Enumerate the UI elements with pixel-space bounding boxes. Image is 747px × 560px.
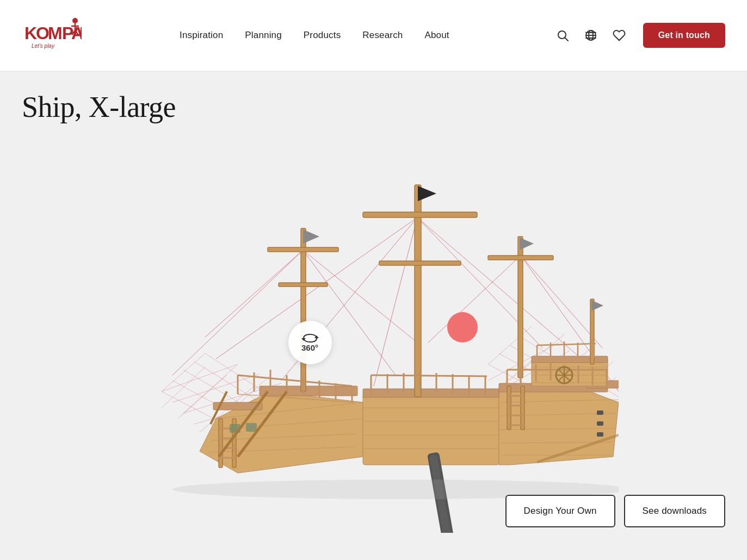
search-icon <box>556 29 569 42</box>
hotspot-button[interactable] <box>447 312 478 343</box>
site-header: K O M P A N Let's play Inspiration Plann… <box>0 0 747 71</box>
svg-rect-111 <box>268 247 338 252</box>
svg-point-6 <box>72 18 78 23</box>
svg-line-13 <box>565 38 568 41</box>
main-content: Ship, X-large <box>0 71 747 560</box>
svg-rect-177 <box>246 423 257 432</box>
svg-line-30 <box>172 374 260 402</box>
search-button[interactable] <box>553 26 572 45</box>
header-icons: Get in touch <box>553 23 725 48</box>
svg-rect-112 <box>279 283 328 287</box>
svg-rect-99 <box>363 389 499 397</box>
svg-line-35 <box>178 375 227 419</box>
ship-viewer[interactable]: 360° <box>0 114 747 560</box>
svg-rect-156 <box>219 419 223 468</box>
svg-line-155 <box>537 344 596 345</box>
svg-line-73 <box>374 217 417 386</box>
main-nav: Inspiration Planning Products Research A… <box>180 30 449 41</box>
svg-rect-108 <box>363 212 477 217</box>
svg-rect-174 <box>597 421 603 426</box>
svg-rect-110 <box>301 228 306 391</box>
svg-marker-115 <box>418 186 436 201</box>
svg-line-75 <box>172 250 303 375</box>
svg-line-43 <box>488 326 532 364</box>
badge-360-text: 360° <box>301 344 318 353</box>
svg-rect-162 <box>507 386 511 430</box>
svg-text:K: K <box>24 23 37 43</box>
svg-text:Let's play: Let's play <box>32 43 55 49</box>
language-button[interactable] <box>581 26 601 45</box>
nav-item-planning[interactable]: Planning <box>245 30 282 41</box>
wishlist-button[interactable] <box>609 26 629 45</box>
360-badge[interactable]: 360° <box>288 321 332 364</box>
svg-marker-116 <box>303 229 319 244</box>
svg-line-29 <box>162 364 238 391</box>
page-title: Ship, X-large <box>0 71 747 124</box>
globe-icon <box>584 29 597 42</box>
design-your-own-button[interactable]: Design Your Own <box>505 495 615 527</box>
svg-rect-173 <box>597 410 603 415</box>
get-in-touch-button[interactable]: Get in touch <box>643 23 725 48</box>
logo[interactable]: K O M P A N Let's play <box>22 16 82 54</box>
svg-rect-97 <box>260 386 357 396</box>
svg-line-71 <box>417 217 542 348</box>
svg-line-34 <box>162 367 205 408</box>
svg-marker-119 <box>591 300 603 311</box>
svg-rect-103 <box>532 356 608 363</box>
see-downloads-button[interactable]: See downloads <box>624 495 725 527</box>
nav-item-about[interactable]: About <box>424 30 449 41</box>
ship-model: 360° <box>129 152 619 533</box>
svg-rect-163 <box>521 386 524 430</box>
svg-rect-109 <box>379 261 461 265</box>
nav-item-inspiration[interactable]: Inspiration <box>180 30 223 41</box>
svg-line-24 <box>162 353 205 391</box>
svg-rect-175 <box>597 432 603 437</box>
kompan-logo-svg: K O M P A N Let's play <box>22 16 82 54</box>
action-buttons: Design Your Own See downloads <box>505 495 725 527</box>
svg-line-140 <box>371 375 487 376</box>
ship-illustration <box>129 152 619 533</box>
nav-item-research[interactable]: Research <box>362 30 403 41</box>
svg-rect-114 <box>488 256 553 260</box>
rotate-icon <box>301 333 319 344</box>
svg-line-74 <box>205 250 303 337</box>
svg-text:N: N <box>79 23 82 43</box>
svg-text:M: M <box>48 23 63 43</box>
heart-icon <box>613 29 626 42</box>
nav-item-products[interactable]: Products <box>304 30 341 41</box>
svg-marker-117 <box>520 238 534 250</box>
